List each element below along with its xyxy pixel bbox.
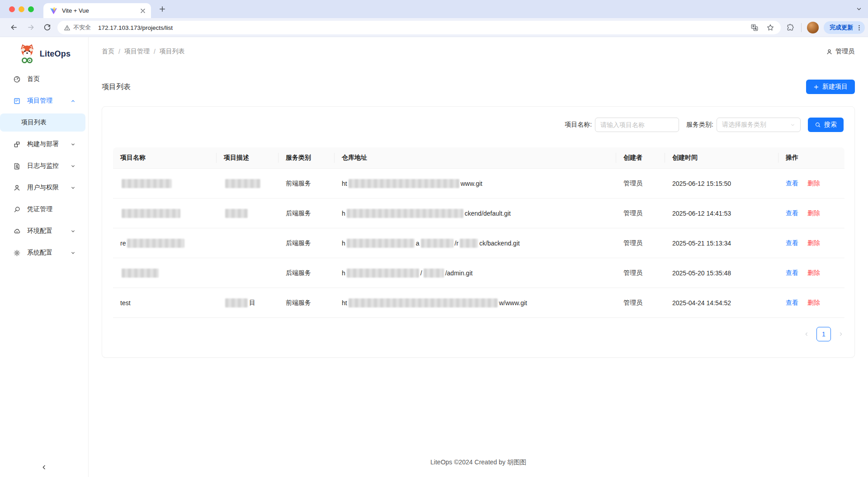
sidebar-item-label: 构建与部署 — [27, 140, 71, 148]
file-search-icon — [13, 162, 21, 170]
cell-text: ckend/default.git — [465, 210, 511, 217]
sidebar-item-logs-monitor[interactable]: 日志与监控 — [0, 157, 86, 175]
new-project-button[interactable]: 新建项目 — [806, 80, 855, 94]
cell-service-type: 后端服务 — [278, 258, 335, 288]
pagination-prev-icon[interactable] — [804, 331, 809, 337]
redacted-text — [122, 269, 159, 278]
tab-search-chevron-icon[interactable] — [856, 6, 862, 12]
cell-service-type: 前端服务 — [278, 169, 335, 198]
sidebar-collapse-button[interactable] — [0, 464, 88, 471]
cell-creator: 管理员 — [616, 198, 665, 228]
cell-text: h — [342, 240, 345, 247]
sidebar-item-project-list[interactable]: 项目列表 — [0, 113, 85, 132]
current-user-label: 管理员 — [835, 47, 854, 56]
profile-avatar[interactable] — [807, 22, 819, 33]
title-row: 项目列表 新建项目 — [102, 80, 855, 94]
redacted-text — [225, 298, 248, 307]
project-name-input[interactable] — [595, 118, 679, 132]
zoom-window-button[interactable] — [28, 6, 34, 12]
search-icon — [815, 122, 821, 128]
user-icon — [13, 184, 21, 192]
dashboard-icon — [13, 76, 21, 83]
pagination-page-1[interactable]: 1 — [816, 327, 831, 341]
table-body: 前端服务htwww.git管理员2025-06-12 15:15:50查看删除后… — [113, 169, 844, 318]
delete-link[interactable]: 删除 — [807, 179, 820, 188]
sidebar-item-env-config[interactable]: 环境配置 — [0, 222, 86, 240]
delete-link[interactable]: 删除 — [807, 239, 820, 247]
cell-text: test — [120, 299, 131, 307]
sidebar-item-label: 项目管理 — [27, 97, 71, 105]
sidebar-item-credentials[interactable]: 凭证管理 — [0, 200, 86, 218]
cell-text: h — [342, 269, 345, 277]
cell-repo-url: ha/rck/backend.git — [335, 228, 616, 258]
search-button[interactable]: 搜索 — [808, 118, 844, 132]
cell-actions: 查看删除 — [778, 288, 844, 317]
cell-actions: 查看删除 — [778, 198, 844, 228]
project-icon — [13, 97, 21, 105]
sidebar-item-projects[interactable]: 项目管理 — [0, 92, 86, 110]
cell-service-type: 后端服务 — [278, 228, 335, 258]
cell-project-desc — [217, 169, 278, 198]
delete-link[interactable]: 删除 — [807, 209, 820, 217]
back-icon[interactable] — [9, 23, 18, 32]
address-bar[interactable]: 不安全 172.17.103.173/projects/list — [57, 21, 781, 34]
redacted-text — [122, 209, 180, 218]
sidebar-menu: 首页项目管理项目列表构建与部署日志与监控用户与权限凭证管理环境配置系统配置 — [0, 70, 88, 262]
filter-bar: 项目名称: 服务类别: 请选择服务类别 搜索 — [565, 118, 844, 132]
close-window-button[interactable] — [9, 6, 15, 12]
project-name-filter-label: 项目名称: — [565, 121, 592, 129]
chevron-down-icon — [71, 142, 75, 147]
browser-tab[interactable]: Vite + Vue — [43, 3, 151, 18]
cell-creator: 管理员 — [616, 228, 665, 258]
extensions-puzzle-icon[interactable] — [786, 24, 794, 32]
cell-repo-url: htw/www.git — [335, 288, 616, 317]
current-user[interactable]: 管理员 — [826, 47, 854, 56]
cell-text: / — [420, 269, 422, 277]
bookmark-star-icon[interactable] — [766, 24, 774, 32]
new-tab-button[interactable] — [158, 5, 166, 13]
redacted-text — [347, 269, 419, 278]
redacted-text — [347, 209, 463, 218]
sidebar-item-home[interactable]: 首页 — [0, 70, 86, 88]
cell-project-name — [113, 169, 217, 198]
update-browser-button[interactable]: 完成更新 — [824, 21, 865, 34]
table-row: test目前端服务htw/www.git管理员2025-04-24 14:54:… — [113, 288, 844, 318]
cell-project-name — [113, 198, 217, 228]
url-text[interactable]: 172.17.103.173/projects/list — [98, 24, 173, 31]
view-link[interactable]: 查看 — [786, 209, 798, 217]
vite-logo-icon — [50, 7, 57, 14]
app-logo[interactable]: LiteOps — [0, 43, 88, 65]
view-link[interactable]: 查看 — [786, 239, 798, 247]
delete-link[interactable]: 删除 — [807, 299, 820, 307]
cell-text: ck/backend.git — [479, 240, 520, 247]
cell-repo-url: h//admin.git — [335, 258, 616, 288]
breadcrumb-item[interactable]: 项目管理 — [124, 47, 150, 56]
chevron-down-icon — [71, 164, 75, 169]
view-link[interactable]: 查看 — [786, 269, 798, 277]
cell-actions: 查看删除 — [778, 258, 844, 288]
reload-icon[interactable] — [43, 23, 52, 32]
browser-toolbar: 不安全 172.17.103.173/projects/list — [0, 18, 868, 37]
column-header: 项目名称 — [113, 147, 217, 168]
minimize-window-button[interactable] — [19, 6, 24, 12]
pagination-next-icon[interactable] — [838, 331, 844, 337]
service-type-select[interactable]: 请选择服务类别 — [717, 118, 801, 132]
security-label[interactable]: 不安全 — [73, 24, 91, 32]
chevron-left-icon — [41, 464, 47, 471]
forward-icon[interactable] — [27, 23, 35, 32]
breadcrumb-item[interactable]: 首页 — [102, 47, 114, 56]
tab-close-icon[interactable] — [139, 7, 146, 14]
browser-menu-dots-icon[interactable] — [855, 24, 863, 32]
translate-icon[interactable] — [750, 24, 759, 32]
table-row: 前端服务htwww.git管理员2025-06-12 15:15:50查看删除 — [113, 169, 844, 198]
view-link[interactable]: 查看 — [786, 179, 798, 188]
view-link[interactable]: 查看 — [786, 299, 798, 307]
main-header: 首页/项目管理/项目列表 管理员 — [89, 37, 868, 66]
redacted-text — [349, 179, 459, 188]
cell-service-type: 前端服务 — [278, 288, 335, 317]
sidebar-item-users-perms[interactable]: 用户与权限 — [0, 179, 86, 197]
sidebar-item-sys-config[interactable]: 系统配置 — [0, 244, 86, 262]
delete-link[interactable]: 删除 — [807, 269, 820, 277]
cell-text: ht — [342, 180, 347, 187]
sidebar-item-build-deploy[interactable]: 构建与部署 — [0, 135, 86, 153]
